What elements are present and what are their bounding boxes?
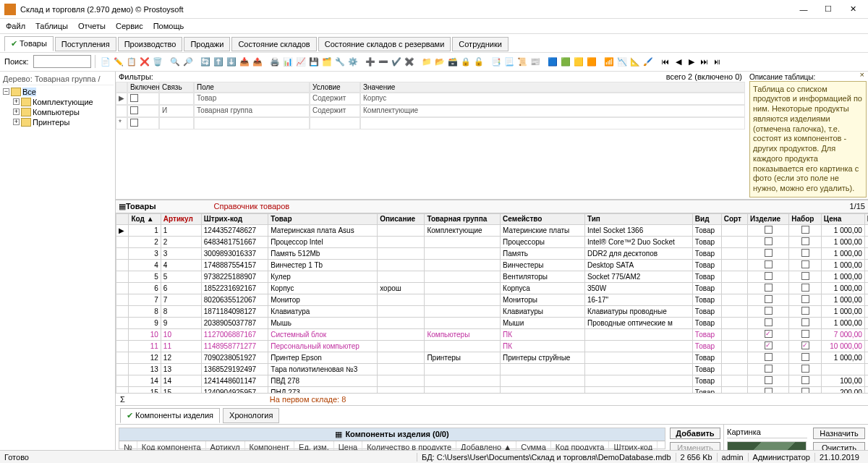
collapse-icon[interactable]: − [3,88,9,95]
toolbar-button[interactable]: 📤 [251,56,264,69]
toolbar-button[interactable]: ✏️ [112,56,125,69]
toolbar-button[interactable]: 📑 [490,56,503,69]
toolbar-button[interactable]: 📉 [616,56,629,69]
toolbar-button[interactable]: ⬆️ [212,56,225,69]
desc-title: Описание таблицы: [749,73,867,81]
toolbar-button[interactable]: 🔧 [333,56,346,69]
close-button[interactable]: ✕ [842,2,864,17]
close-icon[interactable]: × [860,72,864,80]
toolbar-button[interactable]: 🗑️ [151,56,164,69]
toolbar-button[interactable]: 🟨 [572,56,585,69]
expand-icon[interactable]: + [13,109,20,115]
expand-icon[interactable]: + [13,98,20,105]
add-button[interactable]: Добавить [670,428,720,439]
table-row[interactable]: ▶111244352748627Материнская плата AsusКо… [116,224,869,236]
table-row[interactable]: 226483481751667Процессор IntelПроцессоры… [116,236,869,247]
tree[interactable]: −Все +Комплектующие+Компьютеры+Принтеры [1,85,114,129]
toolbar-button[interactable]: ⏭ [698,55,711,68]
toolbar-button[interactable]: 📥 [238,56,251,69]
menu-item[interactable]: Файл [6,22,25,30]
toolbar-button[interactable]: 🔍 [169,56,182,69]
search-input[interactable] [33,55,91,68]
products-grid[interactable]: Код ▲АртикулШтрих-кодТоварОписаниеТоварн… [116,213,868,393]
minimize-button[interactable]: — [793,2,814,17]
table-row[interactable]: 12127090238051927Принтер EpsonПринтерыПр… [116,352,869,363]
table-row[interactable]: 881871184098127КлавиатураКлавиатурыКлави… [116,305,869,317]
toolbar-button[interactable]: 🗂️ [320,56,333,69]
tree-item[interactable]: Компьютеры [33,108,80,116]
toolbar-button[interactable]: 🟧 [585,56,598,69]
menu-item[interactable]: Таблицы [35,22,68,30]
search-label: Поиск: [4,57,29,66]
window-title: Склад и торговля (2.970 демо) © Prostoys… [20,5,184,14]
toolbar-button[interactable]: 💾 [307,56,320,69]
toolbar-button[interactable]: ➕ [364,56,377,69]
tab-Товары[interactable]: ✔Товары [4,36,54,51]
status-date: 21.10.2019 [814,453,864,462]
toolbar-button[interactable]: ▶ [685,56,698,69]
toolbar-button[interactable]: 🔓 [472,56,485,69]
bottom-tab[interactable]: Хронология [223,408,279,423]
toolbar-button[interactable]: ❌ [138,56,151,69]
toolbar-button[interactable]: 📄 [99,56,112,69]
table-row[interactable]: 661852231692167КорпусхорошКорпуса350WТов… [116,282,869,294]
toolbar-button[interactable]: ⏯ [711,55,724,68]
toolbar-button[interactable]: ✔️ [390,56,403,69]
menu-item[interactable]: Отчеты [78,22,106,30]
table-row[interactable]: 778020635512067МониторМониторы16-17"Това… [116,294,869,305]
table-row[interactable]: 10101127006887167Системный блокКомпьютер… [116,328,869,340]
toolbar-button[interactable]: 🟦 [546,56,559,69]
toolbar-button[interactable]: 🔎 [182,56,195,69]
toolbar-button[interactable]: ◀ [672,56,685,69]
table-row[interactable]: 559738225188907КулерВентиляторыSocket 77… [116,271,869,282]
tab-Продажи[interactable]: Продажи [184,37,230,51]
toolbar-button[interactable]: 🖌️ [642,56,655,69]
toolbar-button[interactable]: ⬇️ [225,56,238,69]
tab-Производство[interactable]: Производство [118,37,183,51]
tab-Поступления[interactable]: Поступления [55,37,116,51]
toolbar-button[interactable]: 🔒 [459,56,472,69]
menu-item[interactable]: Помощь [153,22,184,30]
grid-title-bar: ▦ Товары Справочник товаров 1/15 [116,200,868,213]
filters-panel: Фильтры:всего 2 (включено 0) ВключенСвяз… [116,72,868,200]
toolbar-button[interactable]: 📁 [420,56,433,69]
tree-root[interactable]: Все [22,88,36,96]
table-row[interactable]: 11111148958771277Персональный компьютерП… [116,340,869,352]
toolbar-button[interactable]: ⚙️ [346,56,359,69]
tab-Состояние складов[interactable]: Состояние складов [231,37,316,51]
table-row[interactable]: 992038905037787МышьМышиПроводные оптичес… [116,317,869,328]
toolbar-button[interactable]: ✖️ [403,56,416,69]
tree-item[interactable]: Принтеры [33,118,69,127]
bottom-tab[interactable]: ✔Компоненты изделия [120,408,220,423]
components-grid[interactable]: ▦Компоненты изделия (0/0) №Код компонент… [119,428,665,449]
toolbar-button[interactable]: 📐 [629,56,642,69]
table-row[interactable]: 333009893016337Память 512MbПамятьDDR2 дл… [116,247,869,259]
toolbar-button[interactable]: 📊 [281,56,294,69]
toolbar-button[interactable]: 📜 [516,56,529,69]
toolbar-button[interactable]: 📰 [529,56,542,69]
toolbar-button[interactable]: 🗃️ [446,56,459,69]
assign-button[interactable]: Назначить [813,428,865,439]
filters-grid[interactable]: ВключенСвязьПолеУсловиеЗначение▶ТоварСод… [116,82,745,129]
table-row[interactable]: 441748887554157Винчестер 1 TbВинчестерыD… [116,259,869,271]
toolbar-button[interactable]: 🖨️ [268,56,281,69]
picture-panel: Картинка [723,425,810,452]
toolbar-button[interactable]: 🔄 [199,56,212,69]
toolbar-button[interactable]: 📶 [603,56,616,69]
table-row[interactable]: 13131368529192497Тара полиэтиленовая №3Т… [116,363,869,375]
toolbar-button[interactable]: 🟩 [559,56,572,69]
toolbar-button[interactable]: ➖ [377,56,390,69]
table-row[interactable]: 15151240904925957ПНД 273Товар200,00240,0… [116,386,869,393]
expand-icon[interactable]: + [13,119,20,125]
toolbar-button[interactable]: 📃 [503,56,516,69]
toolbar-button[interactable]: ⏮ [659,55,672,68]
table-row[interactable]: 14141241448601147ПВД 278Товар100,00120,0… [116,375,869,386]
menu-item[interactable]: Сервис [116,22,143,30]
tab-Состояние складов с резервами[interactable]: Состояние складов с резервами [318,37,451,51]
tree-item[interactable]: Комплектующие [33,98,93,106]
toolbar-button[interactable]: 📂 [433,56,446,69]
maximize-button[interactable]: ☐ [817,2,839,17]
toolbar-button[interactable]: 📈 [294,56,307,69]
tab-Сотрудники[interactable]: Сотрудники [452,37,509,51]
toolbar-button[interactable]: 📋 [125,56,138,69]
